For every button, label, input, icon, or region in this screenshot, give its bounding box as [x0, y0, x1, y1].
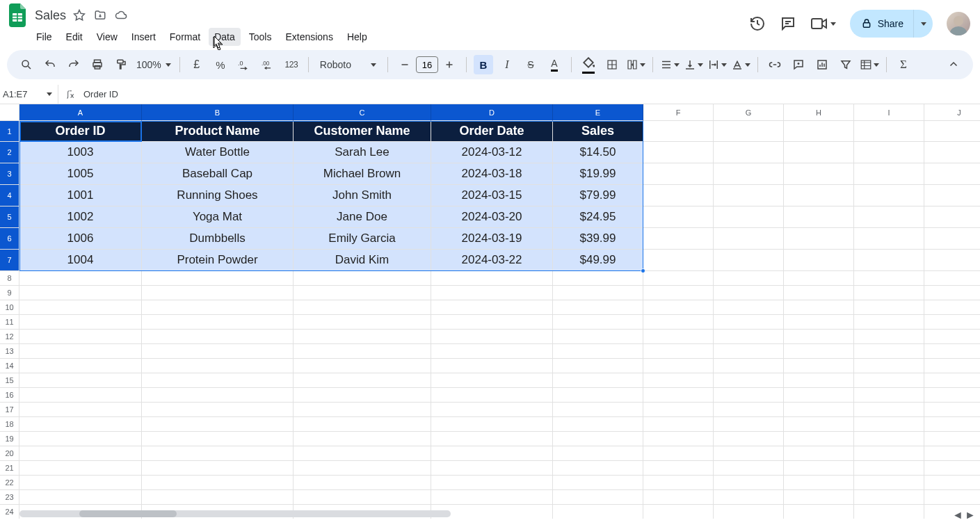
cell[interactable]: [142, 388, 294, 403]
cell[interactable]: [854, 163, 924, 185]
column-header-C[interactable]: C: [294, 104, 431, 121]
cell[interactable]: [19, 403, 142, 417]
cell[interactable]: [854, 476, 924, 490]
row-header-8[interactable]: 8: [0, 271, 19, 286]
cell[interactable]: [714, 142, 784, 163]
row-header-9[interactable]: 9: [0, 286, 19, 300]
row-header-6[interactable]: 6: [0, 228, 19, 250]
cell[interactable]: [553, 446, 643, 461]
cell[interactable]: 1005: [19, 163, 142, 185]
cell[interactable]: [784, 185, 854, 206]
cell[interactable]: [924, 286, 980, 300]
cell[interactable]: [854, 121, 924, 142]
cell[interactable]: [924, 271, 980, 286]
cell[interactable]: [142, 490, 294, 505]
bold-button[interactable]: B: [474, 55, 493, 74]
cell[interactable]: [294, 315, 431, 330]
cell[interactable]: [924, 432, 980, 446]
cell[interactable]: [714, 330, 784, 344]
cell[interactable]: [19, 490, 142, 505]
cell[interactable]: [714, 403, 784, 417]
cell[interactable]: [714, 300, 784, 315]
cell[interactable]: [714, 476, 784, 490]
cell[interactable]: [19, 286, 142, 300]
cell[interactable]: [294, 446, 431, 461]
column-header-A[interactable]: A: [19, 104, 142, 121]
row-header-22[interactable]: 22: [0, 476, 19, 490]
cell[interactable]: [924, 403, 980, 417]
cell[interactable]: 1003: [19, 142, 142, 163]
cell[interactable]: Dumbbells: [142, 228, 294, 250]
percent-button[interactable]: %: [211, 55, 230, 74]
cell[interactable]: [924, 344, 980, 359]
cell[interactable]: [142, 271, 294, 286]
cell[interactable]: [924, 142, 980, 163]
cell[interactable]: [784, 403, 854, 417]
increase-decimal-button[interactable]: .00: [258, 55, 278, 74]
cell[interactable]: [714, 359, 784, 373]
cell[interactable]: [924, 476, 980, 490]
cell[interactable]: [294, 330, 431, 344]
cell[interactable]: [431, 373, 553, 388]
row-header-5[interactable]: 5: [0, 206, 19, 228]
cell[interactable]: [643, 286, 714, 300]
search-menus-icon[interactable]: [17, 55, 36, 74]
cell[interactable]: [19, 446, 142, 461]
cell[interactable]: 2024-03-20: [431, 206, 553, 228]
collapse-toolbar-icon[interactable]: [944, 55, 963, 74]
insert-chart-button[interactable]: [812, 55, 832, 74]
cell[interactable]: [643, 344, 714, 359]
cell[interactable]: [142, 300, 294, 315]
cell[interactable]: [854, 388, 924, 403]
cell[interactable]: [784, 359, 854, 373]
filter-views-button[interactable]: [860, 55, 879, 74]
cell[interactable]: Sales: [553, 121, 643, 142]
cell[interactable]: $49.99: [553, 250, 643, 271]
borders-button[interactable]: [602, 55, 622, 74]
text-rotation-button[interactable]: [731, 55, 750, 74]
more-formats-button[interactable]: 123: [282, 55, 301, 74]
column-header-H[interactable]: H: [784, 104, 854, 121]
cell[interactable]: [714, 388, 784, 403]
cell[interactable]: [784, 142, 854, 163]
cell[interactable]: [553, 315, 643, 330]
cell[interactable]: $39.99: [553, 228, 643, 250]
cell[interactable]: [431, 300, 553, 315]
cell[interactable]: [142, 417, 294, 432]
cell[interactable]: [924, 185, 980, 206]
cell[interactable]: [553, 359, 643, 373]
cloud-status-icon[interactable]: [115, 9, 127, 22]
cell[interactable]: [924, 250, 980, 271]
cell[interactable]: Order ID: [19, 121, 142, 142]
cell[interactable]: $14.50: [553, 142, 643, 163]
row-header-7[interactable]: 7: [0, 250, 19, 271]
cell[interactable]: [854, 330, 924, 344]
font-size-input[interactable]: 16: [416, 56, 438, 73]
meet-button[interactable]: [810, 17, 836, 31]
cell[interactable]: [643, 163, 714, 185]
row-header-10[interactable]: 10: [0, 300, 19, 315]
cell[interactable]: [19, 461, 142, 476]
row-header-15[interactable]: 15: [0, 373, 19, 388]
cell[interactable]: [924, 417, 980, 432]
star-icon[interactable]: [73, 9, 86, 22]
column-header-J[interactable]: J: [924, 104, 980, 121]
cell[interactable]: [553, 344, 643, 359]
cell[interactable]: [294, 490, 431, 505]
cell[interactable]: [431, 461, 553, 476]
cell[interactable]: Emily Garcia: [294, 228, 431, 250]
row-header-1[interactable]: 1: [0, 121, 19, 142]
cell[interactable]: [431, 417, 553, 432]
history-icon[interactable]: [749, 15, 766, 32]
name-box[interactable]: A1:E7: [0, 85, 58, 104]
cell[interactable]: [784, 490, 854, 505]
cell[interactable]: [643, 121, 714, 142]
cell[interactable]: $79.99: [553, 185, 643, 206]
cell[interactable]: [714, 417, 784, 432]
cell[interactable]: 1006: [19, 228, 142, 250]
cell[interactable]: [19, 271, 142, 286]
cell[interactable]: [714, 373, 784, 388]
text-color-button[interactable]: A: [545, 55, 564, 74]
cell[interactable]: [784, 476, 854, 490]
row-header-4[interactable]: 4: [0, 185, 19, 206]
